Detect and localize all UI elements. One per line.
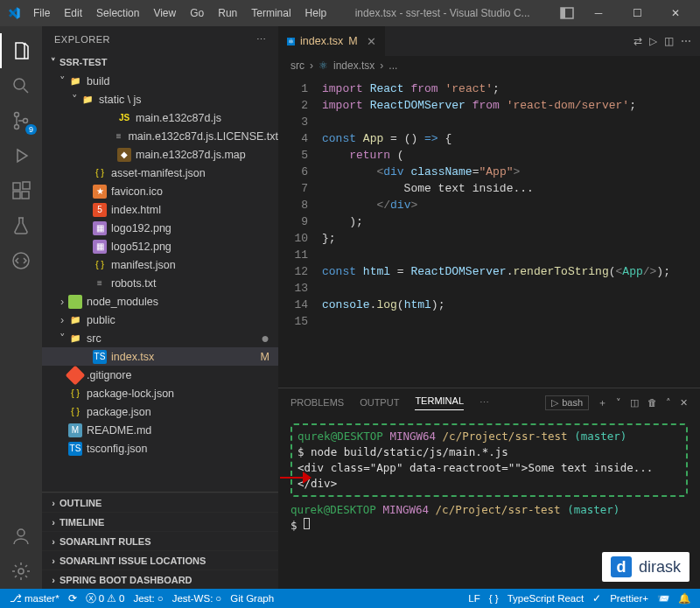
editor-more-icon[interactable]: ⋯ bbox=[681, 35, 691, 47]
menu-terminal[interactable]: Terminal bbox=[246, 3, 296, 23]
split-editor-icon[interactable]: ◫ bbox=[664, 35, 674, 47]
tree-item-node-modules[interactable]: ›node_modules bbox=[42, 292, 278, 311]
status-language[interactable]: TypeScript React bbox=[503, 593, 589, 604]
statusbar: ⎇master* ⟳ ⓧ0 ⚠0 Jest: ○ Jest-WS: ○ Git … bbox=[0, 589, 700, 608]
status-check-icon[interactable]: ✓ bbox=[588, 592, 606, 605]
status-brackets-icon[interactable]: { } bbox=[485, 593, 503, 604]
section-outline[interactable]: ›OUTLINE bbox=[42, 493, 278, 512]
menu-help[interactable]: Help bbox=[300, 3, 332, 23]
tree-label: static \ js bbox=[99, 94, 142, 106]
tab-index-tsx[interactable]: ⚛ index.tsx M ✕ bbox=[278, 26, 385, 56]
tree-item-main-e132c87d-js[interactable]: JSmain.e132c87d.js bbox=[42, 108, 278, 127]
code-content[interactable]: import React from 'react'; import ReactD… bbox=[322, 75, 700, 388]
tree-label: main.e132c87d.js.map bbox=[136, 149, 246, 161]
close-tab-icon[interactable]: ✕ bbox=[367, 35, 376, 48]
term-host: MINGW64 bbox=[389, 430, 436, 443]
activity-extensions-icon[interactable] bbox=[0, 173, 42, 208]
jest-label: Jest: bbox=[133, 593, 154, 604]
activity-settings-icon[interactable] bbox=[0, 554, 42, 589]
ico-icon: ★ bbox=[93, 185, 107, 199]
activity-remote-icon[interactable] bbox=[0, 243, 42, 278]
menu-edit[interactable]: Edit bbox=[59, 3, 88, 23]
close-window-button[interactable]: ✕ bbox=[658, 7, 693, 19]
tab-problems[interactable]: PROBLEMS bbox=[290, 397, 344, 408]
tree-item-index-html[interactable]: 5index.html bbox=[42, 200, 278, 219]
section-timeline[interactable]: ›TIMELINE bbox=[42, 512, 278, 531]
tab-output[interactable]: OUTPUT bbox=[360, 397, 399, 408]
term-host: MINGW64 bbox=[382, 503, 429, 516]
kill-terminal-icon[interactable]: 🗑 bbox=[648, 397, 657, 408]
tree-label: package-lock.json bbox=[87, 388, 174, 400]
code-area[interactable]: 123456789101112131415 import React from … bbox=[278, 75, 700, 388]
status-jest-ws[interactable]: Jest-WS: ○ bbox=[168, 593, 227, 604]
status-jest[interactable]: Jest: ○ bbox=[129, 593, 167, 604]
status-errors[interactable]: ⓧ0 ⚠0 bbox=[81, 592, 130, 605]
tree-item-static---js[interactable]: ˅📁static \ js bbox=[42, 90, 278, 108]
section-sonarlint-rules[interactable]: ›SONARLINT RULES bbox=[42, 531, 278, 550]
minimize-button[interactable]: ─ bbox=[581, 7, 616, 19]
chevron-right-icon: › bbox=[47, 517, 60, 528]
crumb-src[interactable]: src bbox=[290, 59, 304, 72]
tree-item-src[interactable]: ˅📁src● bbox=[42, 329, 278, 347]
crumb-file[interactable]: index.tsx bbox=[333, 59, 374, 72]
chevron-down-icon[interactable]: ˅ bbox=[616, 397, 621, 409]
menu-go[interactable]: Go bbox=[185, 3, 209, 23]
activity-explorer-icon[interactable] bbox=[0, 33, 42, 68]
status-gitgraph[interactable]: Git Graph bbox=[226, 593, 278, 604]
panel-more-icon[interactable]: ⋯ bbox=[480, 397, 489, 409]
activity-scm-icon[interactable]: 9 bbox=[0, 103, 42, 138]
compare-icon[interactable]: ⇄ bbox=[634, 35, 642, 47]
activity-account-icon[interactable] bbox=[0, 519, 42, 554]
status-prettier[interactable]: Prettier+ bbox=[606, 593, 653, 604]
terminal-tools: ▷bash ＋ ˅ ◫ 🗑 ˄ ✕ bbox=[545, 395, 688, 410]
activity-search-icon[interactable] bbox=[0, 68, 42, 103]
maximize-panel-icon[interactable]: ˄ bbox=[666, 397, 671, 409]
titlebar: File Edit Selection View Go Run Terminal… bbox=[0, 0, 700, 26]
tab-terminal[interactable]: TERMINAL bbox=[415, 395, 464, 410]
activity-test-icon[interactable] bbox=[0, 208, 42, 243]
svg-rect-8 bbox=[22, 192, 29, 199]
sidebar-more-icon[interactable]: ⋯ bbox=[256, 34, 267, 45]
tree-item-readme-md[interactable]: MREADME.md bbox=[42, 421, 278, 439]
tree-item-public[interactable]: ›📁public bbox=[42, 311, 278, 329]
tree-item-logo192-png[interactable]: ▦logo192.png bbox=[42, 219, 278, 237]
tree-item-build[interactable]: ˅📁build bbox=[42, 72, 278, 90]
menu-run[interactable]: Run bbox=[213, 3, 242, 23]
activity-debug-icon[interactable] bbox=[0, 138, 42, 173]
minimap[interactable] bbox=[691, 75, 700, 388]
tree-item--gitignore[interactable]: .gitignore bbox=[42, 366, 278, 384]
close-panel-icon[interactable]: ✕ bbox=[680, 397, 688, 409]
maximize-button[interactable]: ☐ bbox=[620, 7, 654, 19]
section-spring-boot-dashboard[interactable]: ›SPRING BOOT DASHBOARD bbox=[42, 570, 278, 589]
status-sync[interactable]: ⟳ bbox=[64, 592, 81, 605]
workspace-section[interactable]: ˅ SSR-TEST bbox=[42, 52, 278, 72]
menu-view[interactable]: View bbox=[148, 3, 181, 23]
new-terminal-icon[interactable]: ＋ bbox=[598, 396, 607, 409]
status-bell-icon[interactable]: 🔔 bbox=[674, 592, 695, 605]
tree-item-package-json[interactable]: { }package.json bbox=[42, 402, 278, 421]
split-terminal-icon[interactable]: ◫ bbox=[630, 397, 639, 409]
tree-item-robots-txt[interactable]: ≡robots.txt bbox=[42, 274, 278, 292]
run-icon[interactable]: ▷ bbox=[649, 35, 657, 47]
menu-file[interactable]: File bbox=[28, 3, 55, 23]
menu-selection[interactable]: Selection bbox=[91, 3, 144, 23]
tree-item-manifest-json[interactable]: { }manifest.json bbox=[42, 255, 278, 274]
tree-item-main-e132c87d-js-license-txt[interactable]: ≡main.e132c87d.js.LICENSE.txt bbox=[42, 127, 278, 145]
jest-ws-label: Jest-WS: bbox=[172, 593, 214, 604]
breadcrumb[interactable]: src › ⚛ index.tsx › ... bbox=[278, 56, 700, 75]
status-branch[interactable]: ⎇master* bbox=[5, 592, 64, 605]
section-sonarlint-issue-locations[interactable]: ›SONARLINT ISSUE LOCATIONS bbox=[42, 550, 278, 570]
status-feedback-icon[interactable]: 📨 bbox=[653, 592, 674, 605]
tree-item-asset-manifest-json[interactable]: { }asset-manifest.json bbox=[42, 164, 278, 182]
layout-toggle-icon[interactable] bbox=[560, 6, 574, 20]
tree-item-logo512-png[interactable]: ▦logo512.png bbox=[42, 237, 278, 255]
tree-item-favicon-ico[interactable]: ★favicon.ico bbox=[42, 182, 278, 200]
terminal-shell-dropdown[interactable]: ▷bash bbox=[545, 395, 589, 410]
tree-item-index-tsx[interactable]: TSindex.tsxM bbox=[42, 347, 278, 366]
tree-item-main-e132c87d-js-map[interactable]: ◆main.e132c87d.js.map bbox=[42, 145, 278, 164]
tree-item-tsconfig-json[interactable]: TStsconfig.json bbox=[42, 439, 278, 458]
status-lf[interactable]: LF bbox=[464, 593, 484, 604]
tab-filename: index.tsx bbox=[300, 35, 343, 47]
crumb-more[interactable]: ... bbox=[388, 59, 397, 72]
tree-item-package-lock-json[interactable]: { }package-lock.json bbox=[42, 384, 278, 402]
